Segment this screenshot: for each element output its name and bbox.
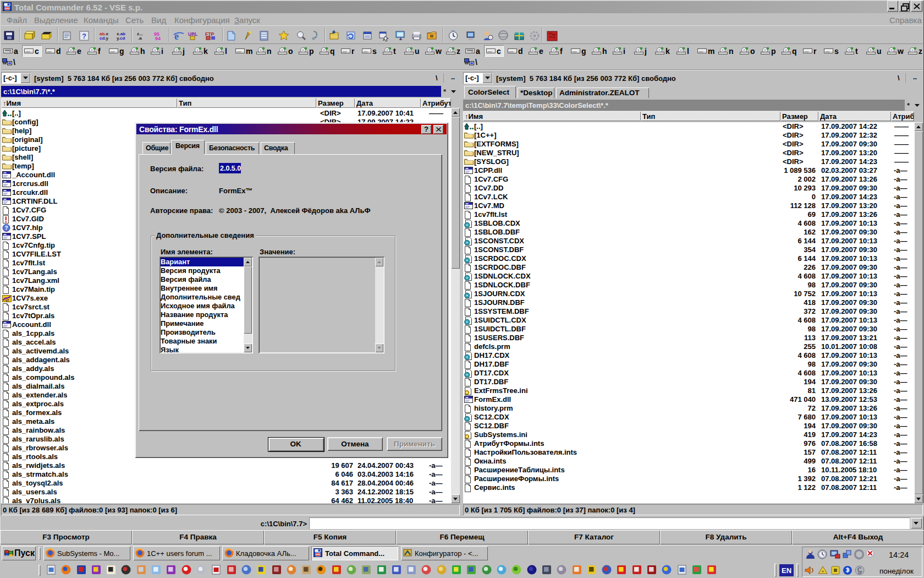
svg-text:?: ? [82,32,86,40]
svg-text:cd.y: cd.y [100,36,109,41]
svg-text:V7: V7 [6,299,9,302]
svg-text:.a: .a [138,36,142,41]
svg-text:?: ? [4,225,8,231]
svg-text:y.cd: y.cd [117,36,125,41]
svg-text:94: 94 [155,36,161,41]
